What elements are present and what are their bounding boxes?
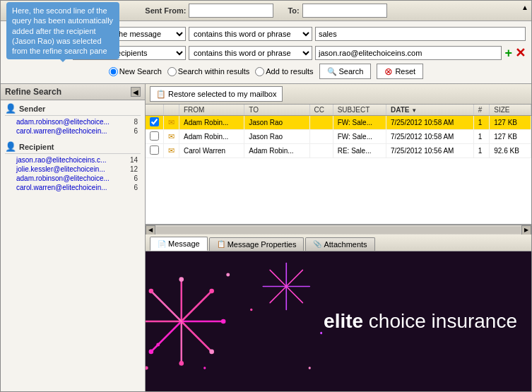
- add-row-button[interactable]: +: [504, 46, 512, 61]
- col-size[interactable]: Size: [490, 105, 531, 116]
- col-date[interactable]: Date ▼: [386, 105, 473, 116]
- recipient-item-2[interactable]: jolie.kessler@elitechoicein... 12: [5, 165, 141, 174]
- sender-icon: 👤: [5, 103, 16, 114]
- scroll-right-button[interactable]: ▶: [521, 225, 531, 235]
- row-checkbox[interactable]: [150, 145, 159, 155]
- message-preview: elite choice insurance: [146, 251, 531, 391]
- row-icon-cell: ✉: [164, 144, 179, 158]
- row-checkbox-cell[interactable]: [146, 130, 164, 144]
- row-to: Adam Robin...: [244, 144, 309, 158]
- preview-brand-text: elite choice insurance: [324, 310, 531, 333]
- col-to[interactable]: To: [244, 105, 309, 116]
- add-to-radio[interactable]: [255, 67, 264, 76]
- restore-button[interactable]: 📋 Restore selected to my mailbox: [150, 86, 283, 102]
- col-from[interactable]: From: [179, 105, 244, 116]
- reset-button[interactable]: ⊗ Reset: [377, 64, 423, 79]
- tab-attachments[interactable]: 📎 Attachments: [305, 237, 374, 251]
- col-num[interactable]: #: [473, 105, 489, 116]
- scroll-track[interactable]: [156, 227, 521, 234]
- expand-icon[interactable]: ▲: [521, 4, 528, 11]
- search-icon: 🔍: [327, 67, 337, 76]
- row-date: 7/25/2012 10:58 AM: [386, 116, 473, 130]
- col-cc[interactable]: CC: [309, 105, 333, 116]
- row-subject: RE: Sale...: [333, 144, 386, 158]
- row-to: Jason Rao: [244, 130, 309, 144]
- to-label: To:: [288, 6, 299, 15]
- tab-message[interactable]: 📄 Message: [150, 237, 208, 251]
- sent-from-input[interactable]: [189, 4, 273, 18]
- search-within-radio-label[interactable]: Search within results: [167, 67, 250, 76]
- top-bar: Here, the second line of the query has b…: [1, 1, 531, 21]
- col-icon: [164, 105, 179, 116]
- row-checkbox[interactable]: [150, 117, 159, 126]
- scroll-left-button[interactable]: ◀: [146, 225, 155, 235]
- sidebar-title: Refine Search: [5, 87, 61, 97]
- svg-point-32: [226, 273, 230, 277]
- table-row[interactable]: ✉ Adam Robin... Jason Rao FW: Sale... 7/…: [146, 130, 531, 144]
- new-search-radio[interactable]: [109, 67, 118, 76]
- table-row[interactable]: ✉ Carol Warren Adam Robin... RE: Sale...…: [146, 144, 531, 158]
- main-container: Here, the second line of the query has b…: [0, 0, 532, 392]
- svg-point-15: [149, 289, 154, 294]
- row-from: Adam Robin...: [179, 130, 244, 144]
- sidebar: Refine Search ◀ 👤 Sender adam.robinson@e…: [1, 84, 146, 391]
- sidebar-collapse-button[interactable]: ◀: [131, 87, 141, 97]
- recipient-item-4[interactable]: carol.warren@elitechoicein... 6: [5, 183, 141, 192]
- svg-point-38: [203, 367, 206, 369]
- svg-line-23: [270, 270, 286, 286]
- envelope-icon: ✉: [168, 118, 175, 126]
- tab-message-properties[interactable]: 📋 Message Properties: [209, 237, 305, 251]
- svg-line-7: [153, 292, 182, 321]
- sender-section: 👤 Sender adam.robinson@elitechoice... 8 …: [1, 100, 145, 138]
- svg-point-33: [250, 309, 252, 311]
- sender-item-1[interactable]: adam.robinson@elitechoice... 8: [5, 117, 141, 126]
- sent-from-label: Sent From:: [145, 6, 186, 15]
- svg-line-17: [286, 270, 302, 286]
- svg-line-1: [182, 292, 211, 321]
- sender-item-2[interactable]: carol.warren@elitechoicein... 6: [5, 126, 141, 136]
- search-actions: New Search Search within results Add to …: [6, 64, 526, 79]
- row-checkbox[interactable]: [150, 131, 159, 141]
- results-table-container[interactable]: From To CC Subject Date ▼ # Size ✉ Adam …: [146, 105, 531, 225]
- add-to-radio-label[interactable]: Add to results: [255, 67, 313, 76]
- condition-select-2[interactable]: contains this word or phrase does not co…: [189, 46, 312, 60]
- row-cc: [309, 116, 333, 130]
- svg-line-3: [182, 321, 211, 350]
- sidebar-header: Refine Search ◀: [1, 84, 145, 100]
- recipient-section: 👤 Recipient jason.rao@elitechoiceins.c..…: [1, 138, 145, 195]
- tooltip-bubble: Here, the second line of the query has b…: [6, 2, 119, 59]
- restore-icon: 📋: [156, 90, 166, 99]
- search-value-1[interactable]: [315, 27, 526, 41]
- envelope-icon: ✉: [168, 146, 175, 155]
- svg-point-12: [179, 361, 184, 366]
- recipient-item-1[interactable]: jason.rao@elitechoiceins.c... 14: [5, 155, 141, 165]
- fireworks-graphic: [146, 251, 322, 391]
- results-toolbar: 📋 Restore selected to my mailbox: [146, 84, 531, 105]
- condition-select-1[interactable]: contains this word or phrase does not co…: [189, 27, 312, 41]
- row-checkbox-cell[interactable]: [146, 116, 164, 130]
- row-checkbox-cell[interactable]: [146, 144, 164, 158]
- message-tabs: 📄 Message 📋 Message Properties 📎 Attachm…: [146, 234, 531, 251]
- to-input[interactable]: [302, 4, 387, 18]
- col-subject[interactable]: Subject: [333, 105, 386, 116]
- message-tab-icon: 📄: [158, 240, 166, 248]
- search-value-2[interactable]: [315, 46, 502, 60]
- table-row[interactable]: ✉ Adam Robin... Jason Rao FW: Sale... 7/…: [146, 116, 531, 130]
- svg-point-35: [320, 332, 322, 334]
- svg-point-9: [209, 289, 214, 294]
- svg-point-36: [146, 367, 148, 370]
- svg-line-5: [153, 321, 182, 350]
- search-within-radio[interactable]: [167, 67, 177, 76]
- search-button[interactable]: 🔍 Search: [319, 64, 372, 79]
- row-icon-cell: ✉: [164, 130, 179, 144]
- remove-row-button[interactable]: ✕: [515, 45, 526, 61]
- row-size: 127 KB: [490, 130, 531, 144]
- row-to: Jason Rao: [244, 116, 309, 130]
- svg-point-8: [179, 277, 184, 282]
- row-num: 1: [473, 116, 489, 130]
- horizontal-scrollbar[interactable]: ◀ ▶: [146, 225, 531, 234]
- new-search-radio-label[interactable]: New Search: [109, 67, 162, 76]
- recipient-header: 👤 Recipient: [5, 141, 141, 154]
- recipient-item-3[interactable]: adam.robinson@elitechoice... 6: [5, 174, 141, 183]
- middle-split: Refine Search ◀ 👤 Sender adam.robinson@e…: [1, 84, 531, 391]
